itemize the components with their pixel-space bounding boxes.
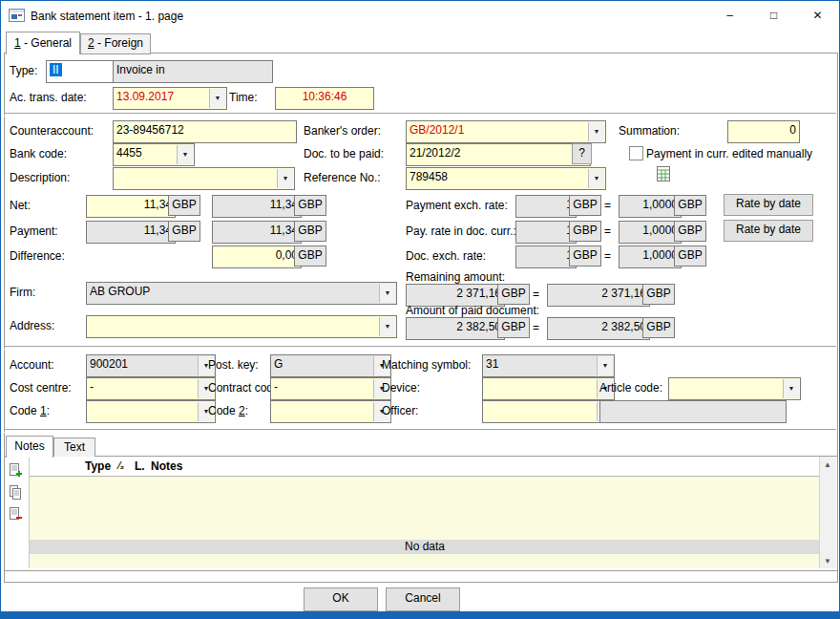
bankers-order-label: Banker's order: — [304, 123, 381, 139]
code1-combo[interactable] — [86, 400, 216, 423]
tab-notes[interactable]: Notes — [6, 436, 53, 458]
minimize-icon: – — [726, 9, 733, 22]
officer-combo[interactable] — [482, 400, 615, 423]
type-value: II — [50, 63, 62, 76]
dropdown-arrow-icon[interactable] — [783, 379, 799, 398]
notes-table-body[interactable]: No data — [30, 477, 820, 568]
contract-code-combo[interactable]: - — [270, 377, 391, 400]
code1-label: Code 1: — [10, 403, 50, 418]
cancel-button[interactable]: Cancel — [386, 587, 460, 611]
difference-label: Difference: — [10, 248, 65, 264]
scroll-up-icon[interactable] — [820, 457, 835, 472]
currency-unit: GBP — [569, 245, 601, 267]
payment-in-curr-label: Payment in curr. edited manually — [646, 146, 812, 161]
payment-amount-field: 11,34 — [86, 221, 176, 244]
pay-rate-doc-curr-value-field: 1,0000 — [619, 221, 682, 244]
sort-indicator-icon: ⁄₂ — [118, 459, 124, 474]
ac-trans-date-field[interactable]: 13.09.2017 — [113, 87, 227, 110]
ok-button[interactable]: OK — [304, 587, 378, 611]
doc-help-button[interactable]: ? — [572, 143, 592, 164]
post-key-combo[interactable]: G — [270, 354, 391, 377]
rate-by-date-button-2[interactable]: Rate by date — [724, 220, 813, 242]
close-button[interactable]: ✕ — [796, 1, 839, 29]
maximize-icon: □ — [770, 9, 777, 22]
summation-field[interactable]: 0 — [727, 120, 800, 143]
currency-unit: GBP — [569, 221, 601, 242]
dropdown-arrow-icon[interactable] — [379, 317, 395, 336]
currency-unit: GBP — [294, 195, 326, 216]
separator-line — [4, 113, 836, 117]
currency-unit: GBP — [294, 245, 326, 267]
dropdown-arrow-icon[interactable] — [379, 284, 395, 303]
dropdown-arrow-icon[interactable] — [588, 122, 604, 141]
doc-exch-rate-field: 1 — [515, 245, 577, 268]
net-label: Net: — [10, 198, 31, 213]
payment-exch-rate-field: 1 — [515, 195, 577, 218]
notes-col-notes[interactable]: Notes — [151, 459, 182, 474]
bank-code-combo[interactable]: 4455 — [113, 143, 195, 166]
device-combo[interactable] — [482, 377, 615, 400]
firm-label: Firm: — [10, 285, 35, 300]
account-combo[interactable]: 900201 — [86, 354, 216, 377]
payment-amount2-field: 11,34 — [212, 221, 302, 244]
add-note-icon[interactable] — [9, 462, 23, 481]
description-combo[interactable] — [113, 167, 295, 190]
doc-to-be-paid-combo[interactable]: 21/2012/2 — [406, 143, 591, 166]
separator-line — [4, 429, 836, 433]
summation-label: Summation: — [619, 123, 680, 139]
net-amount2-field: 11,34 — [212, 195, 302, 218]
notes-table[interactable]: Type ⁄₂ L. Notes No data — [29, 457, 820, 568]
remaining-amount2-field: 2 371,16 — [547, 284, 650, 307]
dropdown-arrow-icon[interactable] — [597, 356, 613, 375]
difference-field[interactable]: 0,00 — [212, 245, 302, 268]
payment-in-curr-checkbox[interactable] — [629, 146, 643, 160]
article-code-combo[interactable] — [668, 377, 801, 400]
separator-line — [4, 346, 836, 350]
notes-table-header[interactable]: Type ⁄₂ L. Notes — [30, 457, 820, 477]
tab-text[interactable]: Text — [53, 438, 95, 458]
tab-general[interactable]: 1 - General — [6, 32, 80, 54]
currency-unit: GBP — [642, 284, 675, 305]
app-icon — [9, 9, 25, 26]
currency-unit: GBP — [674, 221, 706, 242]
bank-code-label: Bank code: — [10, 146, 67, 161]
rate-by-date-button-1[interactable]: Rate by date — [724, 194, 813, 216]
counteraccount-field[interactable]: 23-89456712 — [113, 120, 297, 143]
payment-exch-rate-value-field: 1,0000 — [619, 195, 682, 218]
post-key-label: Post. key: — [208, 357, 259, 373]
dropdown-arrow-icon[interactable] — [177, 145, 193, 164]
time-label: Time: — [229, 90, 258, 105]
net-amount-field[interactable]: 11,34 — [86, 195, 176, 218]
delete-note-icon[interactable] — [9, 506, 23, 525]
tab-foreign[interactable]: 2 - Foreign — [80, 33, 151, 54]
minimize-button[interactable]: – — [708, 1, 751, 29]
currency-unit: GBP — [674, 245, 706, 267]
device-label: Device: — [382, 380, 420, 395]
account-label: Account: — [10, 357, 54, 373]
reference-no-combo[interactable]: 789458 — [406, 167, 606, 190]
currency-unit: GBP — [642, 317, 675, 338]
scroll-down-icon[interactable] — [820, 553, 835, 568]
remaining-amount-label: Remaining amount: — [406, 269, 505, 285]
dropdown-arrow-icon[interactable] — [588, 169, 604, 188]
maximize-button[interactable]: □ — [752, 1, 795, 29]
description-label: Description: — [10, 170, 70, 185]
firm-combo[interactable]: AB GROUP — [86, 282, 397, 305]
code2-combo[interactable] — [270, 400, 391, 423]
address-combo[interactable] — [86, 315, 397, 338]
notes-col-type[interactable]: Type — [85, 459, 111, 474]
code2-label: Code 2: — [208, 403, 248, 418]
pay-rate-doc-curr-field: 1 — [515, 221, 577, 244]
copy-note-icon[interactable] — [9, 484, 23, 503]
matching-symbol-combo[interactable]: 31 — [482, 354, 615, 377]
dropdown-arrow-icon[interactable] — [209, 89, 225, 108]
notes-scrollbar[interactable] — [819, 457, 836, 568]
cost-centre-combo[interactable]: - — [86, 377, 216, 400]
time-field[interactable]: 10:36:46 — [275, 87, 374, 110]
notes-col-l[interactable]: L. — [135, 459, 145, 474]
close-icon: ✕ — [812, 9, 822, 22]
amount-paid-label: Amount of paid document: — [406, 303, 539, 318]
bankers-order-combo[interactable]: GB/2012/1 — [406, 120, 606, 143]
dropdown-arrow-icon[interactable] — [277, 169, 293, 188]
grid-icon[interactable] — [657, 166, 670, 184]
